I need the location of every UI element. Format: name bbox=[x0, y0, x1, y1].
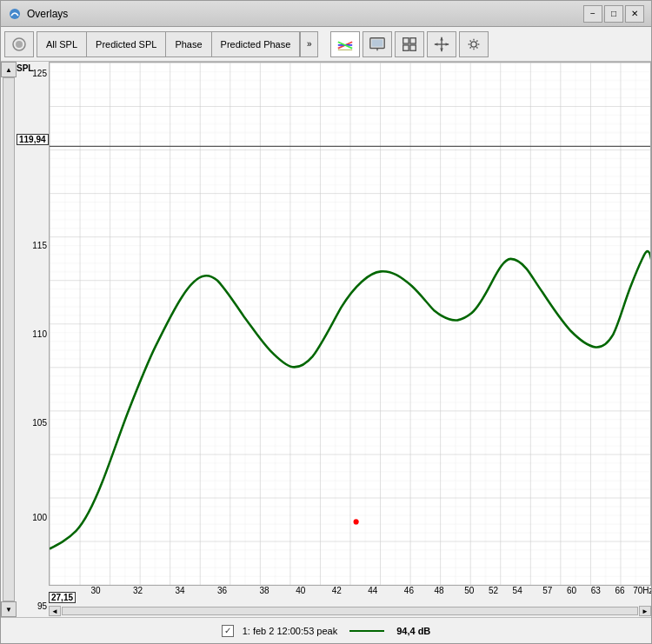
tab-predicted-spl[interactable]: Predicted SPL bbox=[87, 32, 166, 56]
x-tick-70hz: 70Hz bbox=[633, 586, 651, 595]
main-window: Overlays − □ ✕ All SPL Predicted SPL Pha… bbox=[0, 0, 652, 644]
move-button[interactable] bbox=[427, 31, 456, 57]
red-dot bbox=[354, 519, 359, 524]
y-tick-105: 105 bbox=[32, 418, 47, 428]
svg-marker-18 bbox=[441, 48, 444, 51]
x-tick-34: 34 bbox=[176, 586, 185, 595]
x-tick-38: 38 bbox=[260, 586, 269, 595]
overlay-toggle-button[interactable] bbox=[4, 31, 34, 57]
legend-line-sample bbox=[349, 630, 384, 632]
window-controls: − □ ✕ bbox=[583, 5, 644, 23]
x-scrollbar: ◄ ► bbox=[49, 605, 651, 617]
x-tick-54: 54 bbox=[513, 586, 522, 595]
legend-name: 1: feb 2 12:00:53 peak bbox=[243, 626, 337, 636]
toolbar: All SPL Predicted SPL Phase Predicted Ph… bbox=[1, 27, 651, 62]
x-tick-63: 63 bbox=[591, 586, 601, 595]
x-tick-60: 60 bbox=[567, 586, 576, 595]
y-tick-95: 95 bbox=[37, 601, 47, 611]
y-axis-label: SPL bbox=[17, 63, 33, 73]
tab-all-spl[interactable]: All SPL bbox=[37, 32, 87, 56]
legend-check: ✓ bbox=[224, 626, 231, 635]
svg-marker-17 bbox=[441, 37, 444, 40]
chart-svg bbox=[50, 63, 650, 585]
tab-group: All SPL Predicted SPL Phase Predicted Ph… bbox=[37, 31, 318, 57]
y-scroll: ▲ ▼ bbox=[1, 62, 17, 617]
x-tick-32: 32 bbox=[133, 586, 143, 595]
x-tick-46: 46 bbox=[404, 586, 414, 595]
close-button[interactable]: ✕ bbox=[625, 5, 644, 23]
svg-rect-10 bbox=[372, 39, 383, 46]
y-axis: ▲ ▼ SPL 119,94 95 100 105 110 115 125 bbox=[1, 62, 49, 617]
monitor-button[interactable] bbox=[363, 31, 392, 57]
x-tick-52: 52 bbox=[489, 586, 498, 595]
x-tick-57: 57 bbox=[542, 586, 552, 595]
x-axis-labels: 27,15 30 32 34 36 38 40 42 44 46 48 50 5… bbox=[49, 586, 651, 605]
title-bar: Overlays − □ ✕ bbox=[1, 1, 651, 27]
svg-marker-19 bbox=[435, 43, 438, 46]
legend-value: 94,4 dB bbox=[396, 626, 430, 636]
y-scroll-track[interactable] bbox=[3, 77, 15, 601]
y-tick-125: 125 bbox=[32, 68, 47, 77]
y-tick-100: 100 bbox=[32, 512, 47, 521]
x-scroll-right[interactable]: ► bbox=[639, 606, 651, 616]
tab-predicted-phase[interactable]: Predicted Phase bbox=[212, 32, 301, 56]
app-icon bbox=[8, 7, 22, 21]
svg-rect-14 bbox=[410, 44, 416, 50]
x-tick-42: 42 bbox=[332, 586, 342, 595]
x-scroll-track[interactable] bbox=[62, 607, 638, 615]
x-cursor-label: 27,15 bbox=[49, 592, 76, 603]
x-tick-36: 36 bbox=[217, 586, 227, 595]
svg-point-21 bbox=[471, 41, 476, 46]
chart-canvas[interactable] bbox=[49, 62, 651, 586]
x-tick-40: 40 bbox=[296, 586, 305, 595]
svg-rect-12 bbox=[410, 37, 416, 43]
y-scroll-down[interactable]: ▼ bbox=[1, 601, 17, 617]
y-cursor-label: 119,94 bbox=[17, 134, 49, 145]
tab-phase[interactable]: Phase bbox=[166, 32, 211, 56]
svg-point-2 bbox=[16, 41, 23, 48]
chart-main: 27,15 30 32 34 36 38 40 42 44 46 48 50 5… bbox=[49, 62, 651, 617]
x-tick-30: 30 bbox=[91, 586, 101, 595]
maximize-button[interactable]: □ bbox=[604, 5, 623, 23]
svg-rect-13 bbox=[403, 44, 409, 50]
minimize-button[interactable]: − bbox=[583, 5, 602, 23]
svg-point-0 bbox=[10, 9, 20, 19]
x-tick-48: 48 bbox=[435, 586, 444, 595]
x-tick-50: 50 bbox=[464, 586, 474, 595]
y-scroll-up[interactable]: ▲ bbox=[1, 62, 17, 77]
svg-rect-23 bbox=[50, 63, 650, 585]
x-scroll-left[interactable]: ◄ bbox=[49, 606, 61, 616]
x-tick-44: 44 bbox=[368, 586, 377, 595]
overlay-lines-button[interactable] bbox=[330, 31, 360, 57]
y-tick-labels: SPL 119,94 95 100 105 110 115 125 bbox=[17, 62, 49, 617]
window-title: Overlays bbox=[27, 8, 583, 20]
x-tick-66: 66 bbox=[615, 586, 624, 595]
y-tick-115: 115 bbox=[32, 240, 47, 249]
svg-marker-20 bbox=[446, 43, 449, 46]
svg-rect-11 bbox=[403, 37, 409, 43]
chart-area: ▲ ▼ SPL 119,94 95 100 105 110 115 125 bbox=[1, 62, 651, 617]
y-tick-110: 110 bbox=[32, 329, 47, 339]
more-tabs-button[interactable]: » bbox=[300, 32, 317, 56]
legend-checkbox[interactable]: ✓ bbox=[222, 625, 234, 637]
legend-bar: ✓ 1: feb 2 12:00:53 peak 94,4 dB bbox=[1, 617, 651, 643]
grid-button[interactable] bbox=[395, 31, 424, 57]
settings-button[interactable] bbox=[459, 31, 489, 57]
